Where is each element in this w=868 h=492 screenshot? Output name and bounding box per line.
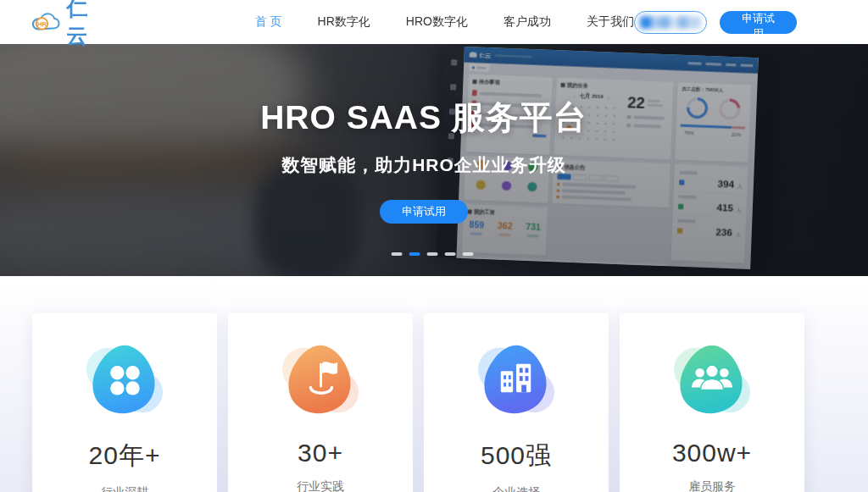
flag-icon [280, 339, 361, 417]
stat-card-fortune500: 500强 企业选择 [424, 313, 609, 492]
carousel-indicators [392, 252, 474, 256]
hero-title: HRO SAAS 服务平台 [250, 95, 598, 141]
stat-number: 300w+ [620, 439, 804, 467]
cloud-hr-icon: HR [30, 9, 63, 35]
clover-icon [84, 339, 165, 417]
buildings-icon [476, 339, 557, 417]
carousel-dot-5[interactable] [463, 252, 474, 256]
main-nav: 首 页 HR数字化 HRO数字化 客户成功 关于我们 [255, 14, 634, 30]
stat-card-industry-experience: 20年+ 行业深耕 [32, 313, 217, 492]
carousel-dot-2[interactable] [409, 252, 420, 256]
stat-label: 行业深耕 [32, 485, 217, 492]
carousel-dot-3[interactable] [427, 252, 438, 256]
stat-number: 20年+ [32, 439, 217, 473]
nav-item-hro-digital[interactable]: HRO数字化 [406, 14, 468, 30]
stat-card-industry-practice: 30+ 行业实践 [228, 313, 413, 492]
nav-item-home[interactable]: 首 页 [255, 14, 282, 30]
top-nav-bar: HR 仁云 首 页 HR数字化 HRO数字化 客户成功 关于我们 申请试用 [0, 0, 868, 44]
carousel-dot-1[interactable] [392, 252, 403, 256]
stat-number: 30+ [228, 439, 413, 467]
hero-apply-trial-button[interactable]: 申请试用 [380, 200, 468, 224]
phone-number-pill[interactable] [634, 11, 707, 34]
carousel-dot-4[interactable] [445, 252, 456, 256]
stats-section: 20年+ 行业深耕 30+ 行业实践 [0, 276, 868, 492]
nav-item-customer-success[interactable]: 客户成功 [504, 14, 551, 30]
hero-subtitle: 数智赋能，助力HRO企业业务升级 [250, 153, 598, 177]
stat-label: 雇员服务 [620, 479, 804, 492]
apply-trial-button[interactable]: 申请试用 [720, 11, 797, 34]
hero-banner: 仁云 待办事项 [0, 44, 868, 276]
stat-card-employee-service: 300w+ 雇员服务 [620, 313, 804, 492]
stat-number: 500强 [424, 439, 609, 473]
logo: HR 仁云 [30, 0, 109, 50]
stat-label: 企业选择 [424, 485, 609, 492]
stat-label: 行业实践 [228, 479, 413, 492]
svg-text:HR: HR [37, 20, 47, 28]
team-icon [671, 339, 753, 417]
nav-item-hr-digital[interactable]: HR数字化 [318, 14, 370, 30]
blurred-phone-number [640, 16, 701, 29]
nav-item-about-us[interactable]: 关于我们 [587, 14, 634, 30]
logo-text: 仁云 [66, 0, 108, 50]
